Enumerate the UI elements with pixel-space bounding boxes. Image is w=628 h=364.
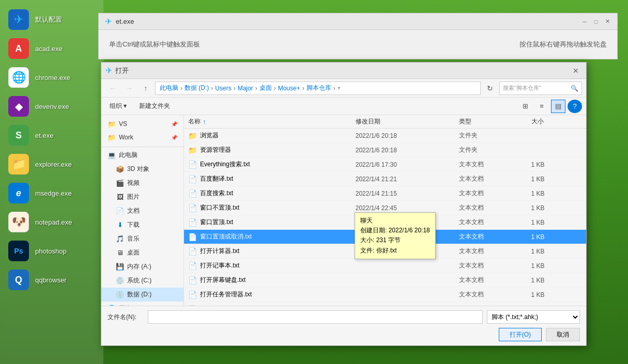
breadcrumb[interactable]: 此电脑 › 数据 (D:) › Users › Major › 桌面 › Mou… bbox=[155, 82, 481, 95]
table-row[interactable]: 📁 浏览器 2022/1/6 20:18 文件夹 bbox=[184, 129, 586, 143]
nav-item-vs[interactable]: 📁 VS 📌 bbox=[101, 117, 183, 131]
table-row[interactable]: 📄 Everything搜索.txt 2022/1/6 17:30 文本文档 1… bbox=[184, 157, 586, 172]
nav-item-3d[interactable]: 📦 3D 对象 bbox=[101, 162, 183, 176]
file-name: 浏览器 bbox=[200, 131, 219, 140]
nav-item-videos[interactable]: 🎬 视频 bbox=[101, 176, 183, 190]
nav-hint-right: 按住鼠标右键再拖动触发轮盘 bbox=[519, 40, 607, 49]
dialog-close-button[interactable]: ✕ bbox=[570, 65, 582, 77]
col-header-name[interactable]: 名称 ↑ bbox=[184, 117, 351, 126]
dialog-bottom: 文件名(N): 脚本 (*.txt;*.ahk;) 所有文件 (*.*) 打开(… bbox=[101, 306, 586, 345]
grid-view-button[interactable]: ⊞ bbox=[518, 100, 532, 113]
breadcrumb-mouseplus[interactable]: Mouse+ bbox=[278, 85, 300, 92]
file-type-cell: 文本文档 bbox=[455, 232, 527, 241]
nav-item-pictures[interactable]: 🖼 图片 bbox=[101, 190, 183, 204]
col-header-size[interactable]: 大小 bbox=[527, 117, 586, 126]
back-button[interactable]: ← bbox=[105, 81, 120, 96]
tooltip-created: 创建日期: 2022/1/6 20:18 bbox=[360, 226, 430, 235]
breadcrumb-dropdown[interactable]: ▾ bbox=[338, 85, 341, 91]
nav-item-drive-d[interactable]: 💿 数据 (D:) bbox=[101, 288, 183, 302]
help-button[interactable]: ? bbox=[568, 100, 582, 113]
file-name-cell: 📁 资源管理器 bbox=[184, 146, 351, 154]
nav-item-documents[interactable]: 📄 文档 bbox=[101, 204, 183, 218]
doc-icon: 📄 bbox=[116, 207, 124, 215]
sidebar-item-photoshop[interactable]: Ps photoshop bbox=[0, 236, 103, 265]
up-button[interactable]: ↑ bbox=[139, 81, 153, 96]
file-type-cell: 文件夹 bbox=[455, 131, 527, 140]
table-row[interactable]: 📄 定位窗口.txt 2022/1/4 13:57 文本文档 1 KB bbox=[184, 302, 586, 306]
dialog-title: 打开 bbox=[115, 66, 566, 75]
nav-label-drive-a: 内存 (A:) bbox=[127, 262, 151, 271]
sidebar-item-explorer[interactable]: 📁 explorer.exe bbox=[0, 150, 103, 179]
breadcrumb-desktop[interactable]: 桌面 bbox=[259, 84, 272, 92]
txt-icon: 📄 bbox=[188, 276, 197, 284]
table-row[interactable]: 📄 百度翻译.txt 2022/1/4 21:21 文本文档 1 KB bbox=[184, 172, 586, 186]
folder-icon: 📁 bbox=[188, 132, 197, 140]
breadcrumb-major[interactable]: Major bbox=[238, 85, 253, 92]
list-view-button[interactable]: ≡ bbox=[534, 100, 549, 113]
nav-hint-left: 单击Ctrl键或鼠标中键触发面板 bbox=[109, 40, 200, 49]
file-size-cell: 1 KB bbox=[527, 262, 586, 270]
file-size-cell: 1 KB bbox=[527, 204, 586, 212]
forward-button[interactable]: → bbox=[122, 81, 136, 96]
table-row[interactable]: 📄 百度搜索.txt 2022/1/4 21:15 文本文档 1 KB bbox=[184, 186, 586, 201]
sidebar-item-et[interactable]: S et.exe bbox=[0, 121, 103, 150]
photoshop-icon: Ps bbox=[8, 241, 29, 261]
desktop-icon: 🖥 bbox=[116, 249, 124, 257]
download-icon: ⬇ bbox=[116, 221, 124, 229]
close-button[interactable]: ✕ bbox=[604, 18, 611, 25]
filename-input[interactable] bbox=[148, 310, 483, 324]
file-type-cell: 文本文档 bbox=[455, 276, 527, 284]
file-date-cell: 2022/1/4 13:57 bbox=[351, 306, 455, 306]
sidebar-item-msedge[interactable]: e msedge.exe bbox=[0, 179, 103, 208]
file-panel[interactable]: 名称 ↑ 修改日期 类型 大小 📁 浏览器 2022/1/6 20:18 文件夹 bbox=[184, 115, 586, 306]
nav-item-thispc[interactable]: 💻 此电脑 bbox=[101, 148, 183, 162]
search-icon[interactable]: 🔍 bbox=[571, 85, 578, 92]
filetype-select[interactable]: 脚本 (*.txt;*.ahk;) 所有文件 (*.*) bbox=[487, 310, 580, 324]
sidebar-label-chrome: chrome.exe bbox=[35, 74, 70, 82]
nav-item-drive-c[interactable]: 💿 系统 (C:) bbox=[101, 274, 183, 288]
file-size-cell: 1 KB bbox=[527, 176, 586, 183]
chrome-icon: 🌐 bbox=[8, 67, 29, 88]
nav-item-music[interactable]: 🎵 音乐 bbox=[101, 232, 183, 246]
maximize-button[interactable]: □ bbox=[592, 18, 600, 25]
table-row[interactable]: 📄 打开任务管理器.txt 文本文档 1 KB bbox=[184, 288, 586, 302]
nav-item-downloads[interactable]: ⬇ 下载 bbox=[101, 218, 183, 232]
file-date-cell: 2022/1/6 17:30 bbox=[351, 161, 455, 168]
sidebar-item-notepad[interactable]: 🐶 notepad.exe bbox=[0, 208, 103, 236]
txt-icon: 📄 bbox=[188, 305, 197, 306]
msedge-icon: e bbox=[8, 183, 29, 203]
file-size-cell: 1 KB bbox=[527, 190, 586, 197]
nav-item-work[interactable]: 📁 Work 📌 bbox=[101, 131, 183, 144]
txt-icon: 📄 bbox=[188, 218, 197, 227]
refresh-button[interactable]: ↻ bbox=[483, 81, 497, 96]
open-button[interactable]: 打开(O) bbox=[499, 328, 542, 341]
breadcrumb-datad[interactable]: 数据 (D:) bbox=[185, 84, 209, 92]
file-name-cell: 📄 百度搜索.txt bbox=[184, 189, 351, 198]
sidebar-label-et: et.exe bbox=[35, 132, 53, 139]
sidebar-item-telegram[interactable]: ✈ 默认配置 bbox=[0, 5, 103, 34]
nav-item-desktop[interactable]: 🖥 桌面 bbox=[101, 246, 183, 260]
breadcrumb-users[interactable]: Users bbox=[215, 85, 231, 92]
nav-item-network[interactable]: 🌐 网络 bbox=[101, 302, 183, 306]
table-row[interactable]: 📄 打开记事本.txt 文本文档 1 KB bbox=[184, 259, 586, 273]
organize-button[interactable]: 组织 ▾ bbox=[105, 100, 131, 113]
new-folder-button[interactable]: 新建文件夹 bbox=[135, 100, 174, 113]
table-row[interactable]: 📁 资源管理器 2022/1/6 20:18 文件夹 bbox=[184, 143, 586, 157]
col-header-date[interactable]: 修改日期 bbox=[351, 117, 455, 126]
details-view-button[interactable]: ▤ bbox=[551, 100, 565, 113]
breadcrumb-scripts[interactable]: 脚本仓库 bbox=[307, 84, 331, 92]
table-row[interactable]: 📄 打开屏幕键盘.txt 文本文档 1 KB bbox=[184, 273, 586, 288]
sidebar-item-devenv[interactable]: ◆ devenv.exe bbox=[0, 92, 103, 121]
col-header-type[interactable]: 类型 bbox=[455, 117, 527, 126]
nav-item-drive-a[interactable]: 💾 内存 (A:) bbox=[101, 260, 183, 274]
sidebar-item-chrome[interactable]: 🌐 chrome.exe bbox=[0, 63, 103, 92]
sidebar-item-qqbrowser[interactable]: Q qqbrowser bbox=[0, 265, 103, 294]
breadcrumb-thispc[interactable]: 此电脑 bbox=[160, 84, 178, 92]
app-content: 单击Ctrl键或鼠标中键触发面板 按住鼠标右键再拖动触发轮盘 bbox=[99, 30, 617, 59]
sidebar-item-acad[interactable]: A acad.exe bbox=[0, 34, 103, 63]
cancel-button[interactable]: 取消 bbox=[546, 328, 580, 341]
sidebar-label-devenv: devenv.exe bbox=[35, 103, 69, 110]
file-name-cell: 📄 打开任务管理器.txt bbox=[184, 290, 351, 299]
minimize-button[interactable]: ─ bbox=[581, 18, 588, 25]
qqbrowser-icon: Q bbox=[8, 270, 29, 290]
